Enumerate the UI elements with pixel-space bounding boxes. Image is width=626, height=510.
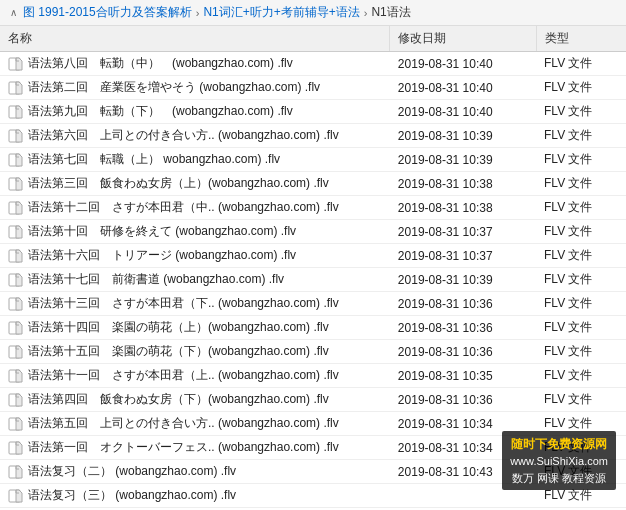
file-icon (8, 129, 24, 143)
file-type-cell: FLV 文件 (536, 292, 626, 316)
file-name-text: 语法第十六回 トリアージ (wobangzhao.com) .flv (28, 248, 296, 262)
table-header-row: 名称 修改日期 类型 (0, 26, 626, 52)
table-row[interactable]: 语法第十二回 さすが本田君（中.. (wobangzhao.com) .flv2… (0, 196, 626, 220)
table-row[interactable]: 语法第十四回 楽園の萌花（上）(wobangzhao.com) .flv2019… (0, 316, 626, 340)
column-header-date[interactable]: 修改日期 (390, 26, 536, 52)
file-type-cell: FLV 文件 (536, 412, 626, 436)
file-name-text: 语法第八回 転勤（中） (wobangzhao.com) .flv (28, 56, 293, 70)
table-row[interactable]: 语法复习（三） (wobangzhao.com) .flvFLV 文件 (0, 484, 626, 508)
file-name-cell: 语法第十五回 楽園の萌花（下）(wobangzhao.com) .flv (0, 340, 390, 364)
file-type-cell: FLV 文件 (536, 484, 626, 508)
file-icon (8, 249, 24, 263)
file-icon (8, 489, 24, 503)
table-row[interactable]: 语法第七回 転職（上） wobangzhao.com) .flv2019-08-… (0, 148, 626, 172)
file-icon (8, 465, 24, 479)
file-name-cell: 语法第九回 転勤（下） (wobangzhao.com) .flv (0, 100, 390, 124)
file-type-cell: FLV 文件 (536, 52, 626, 76)
file-date-cell: 2019-08-31 10:35 (390, 364, 536, 388)
file-date-cell: 2019-08-31 10:38 (390, 172, 536, 196)
file-name-cell: 语法第七回 転職（上） wobangzhao.com) .flv (0, 148, 390, 172)
column-header-name[interactable]: 名称 (0, 26, 390, 52)
table-row[interactable]: 语法第五回 上司との付き合い方.. (wobangzhao.com) .flv2… (0, 412, 626, 436)
file-icon (8, 369, 24, 383)
file-date-cell: 2019-08-31 10:34 (390, 412, 536, 436)
table-row[interactable]: 语法第六回 上司との付き合い方.. (wobangzhao.com) .flv2… (0, 124, 626, 148)
file-name-text: 语法第十二回 さすが本田君（中.. (wobangzhao.com) .flv (28, 200, 339, 214)
file-type-cell: FLV 文件 (536, 436, 626, 460)
file-date-cell: 2019-08-31 10:36 (390, 340, 536, 364)
file-name-cell: 语法第八回 転勤（中） (wobangzhao.com) .flv (0, 52, 390, 76)
file-icon (8, 393, 24, 407)
file-name-text: 语法第十四回 楽園の萌花（上）(wobangzhao.com) .flv (28, 320, 329, 334)
breadcrumb-separator-1: › (196, 7, 200, 19)
file-name-text: 语法第十七回 前衛書道 (wobangzhao.com) .flv (28, 272, 284, 286)
file-name-text: 语法第五回 上司との付き合い方.. (wobangzhao.com) .flv (28, 416, 339, 430)
breadcrumb-item-1[interactable]: 图 1991-2015合听力及答案解析 (23, 4, 192, 21)
file-table: 名称 修改日期 类型 语法第八回 転勤（中） (wobangzhao.com) … (0, 26, 626, 510)
table-row[interactable]: 语法第十三回 さすが本田君（下.. (wobangzhao.com) .flv2… (0, 292, 626, 316)
table-row[interactable]: 语法第十回 研修を終えて (wobangzhao.com) .flv2019-0… (0, 220, 626, 244)
file-type-cell: FLV 文件 (536, 220, 626, 244)
file-icon (8, 153, 24, 167)
file-date-cell: 2019-08-31 10:38 (390, 196, 536, 220)
file-type-cell: FLV 文件 (536, 364, 626, 388)
table-row[interactable]: 语法第一回 オクトーバーフェス.. (wobangzhao.com) .flv2… (0, 436, 626, 460)
file-icon (8, 201, 24, 215)
table-row[interactable]: 语法第九回 転勤（下） (wobangzhao.com) .flv2019-08… (0, 100, 626, 124)
file-name-text: 语法复习（三） (wobangzhao.com) .flv (28, 488, 236, 502)
file-name-cell: 语法第四回 飯食わぬ女房（下）(wobangzhao.com) .flv (0, 388, 390, 412)
file-date-cell: 2019-08-31 10:36 (390, 388, 536, 412)
file-type-cell: FLV 文件 (536, 172, 626, 196)
table-row[interactable]: 语法第四回 飯食わぬ女房（下）(wobangzhao.com) .flv2019… (0, 388, 626, 412)
file-explorer-window: ∧ 图 1991-2015合听力及答案解析 › N1词汇+听力+考前辅导+语法 … (0, 0, 626, 510)
file-date-cell: 2019-08-31 10:39 (390, 124, 536, 148)
file-name-cell: 语法第十六回 トリアージ (wobangzhao.com) .flv (0, 244, 390, 268)
breadcrumb-item-3[interactable]: N1语法 (371, 4, 410, 21)
table-row[interactable]: 语法第三回 飯食わぬ女房（上）(wobangzhao.com) .flv2019… (0, 172, 626, 196)
column-header-type[interactable]: 类型 (536, 26, 626, 52)
file-type-cell: FLV 文件 (536, 316, 626, 340)
table-row[interactable]: 语法第十七回 前衛書道 (wobangzhao.com) .flv2019-08… (0, 268, 626, 292)
file-date-cell: 2019-08-31 10:36 (390, 292, 536, 316)
file-icon (8, 417, 24, 431)
table-row[interactable]: 语法第十一回 さすが本田君（上.. (wobangzhao.com) .flv2… (0, 364, 626, 388)
file-date-cell (390, 484, 536, 508)
table-row[interactable]: 语法第十五回 楽園の萌花（下）(wobangzhao.com) .flv2019… (0, 340, 626, 364)
file-type-cell: FLV 文件 (536, 196, 626, 220)
file-icon (8, 105, 24, 119)
file-icon (8, 81, 24, 95)
file-date-cell: 2019-08-31 10:34 (390, 436, 536, 460)
file-icon (8, 273, 24, 287)
file-name-cell: 语法第六回 上司との付き合い方.. (wobangzhao.com) .flv (0, 124, 390, 148)
file-date-cell: 2019-08-31 10:43 (390, 460, 536, 484)
file-type-cell: FLV 文件 (536, 76, 626, 100)
file-date-cell: 2019-08-31 10:40 (390, 76, 536, 100)
file-name-cell: 语法第十一回 さすが本田君（上.. (wobangzhao.com) .flv (0, 364, 390, 388)
file-name-cell: 语法第一回 オクトーバーフェス.. (wobangzhao.com) .flv (0, 436, 390, 460)
table-row[interactable]: 语法第十六回 トリアージ (wobangzhao.com) .flv2019-0… (0, 244, 626, 268)
file-icon (8, 321, 24, 335)
file-name-text: 语法第一回 オクトーバーフェス.. (wobangzhao.com) .flv (28, 440, 339, 454)
file-type-cell: FLV 文件 (536, 388, 626, 412)
file-type-cell: FLV 文件 (536, 268, 626, 292)
breadcrumb-separator-2: › (364, 7, 368, 19)
file-type-cell: FLV 文件 (536, 124, 626, 148)
table-row[interactable]: 语法复习（二） (wobangzhao.com) .flv2019-08-31 … (0, 460, 626, 484)
file-date-cell: 2019-08-31 10:37 (390, 220, 536, 244)
file-icon (8, 177, 24, 191)
table-row[interactable]: 语法第八回 転勤（中） (wobangzhao.com) .flv2019-08… (0, 52, 626, 76)
file-name-text: 语法第十三回 さすが本田君（下.. (wobangzhao.com) .flv (28, 296, 339, 310)
file-type-cell: FLV 文件 (536, 460, 626, 484)
file-name-cell: 语法第三回 飯食わぬ女房（上）(wobangzhao.com) .flv (0, 172, 390, 196)
file-date-cell: 2019-08-31 10:39 (390, 268, 536, 292)
breadcrumb-item-2[interactable]: N1词汇+听力+考前辅导+语法 (203, 4, 359, 21)
file-type-cell: FLV 文件 (536, 148, 626, 172)
table-row[interactable]: 语法第二回 産業医を増やそう (wobangzhao.com) .flv2019… (0, 76, 626, 100)
file-list-container: 名称 修改日期 类型 语法第八回 転勤（中） (wobangzhao.com) … (0, 26, 626, 510)
file-icon (8, 57, 24, 71)
file-name-text: 语法复习（二） (wobangzhao.com) .flv (28, 464, 236, 478)
collapse-button[interactable]: ∧ (8, 7, 19, 18)
file-name-cell: 语法复习（二） (wobangzhao.com) .flv (0, 460, 390, 484)
file-date-cell: 2019-08-31 10:36 (390, 316, 536, 340)
file-name-cell: 语法第十四回 楽園の萌花（上）(wobangzhao.com) .flv (0, 316, 390, 340)
